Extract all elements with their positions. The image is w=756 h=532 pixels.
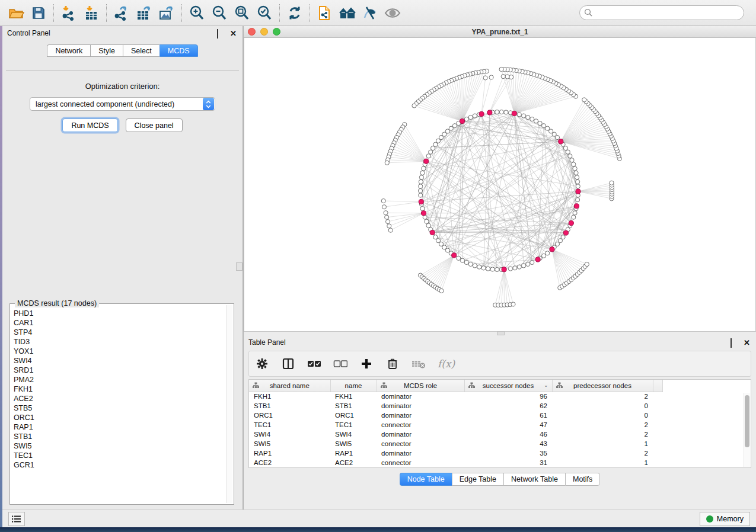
network-node[interactable] (541, 254, 546, 258)
close-panel-button[interactable]: ✕ (230, 30, 238, 37)
network-hub-node[interactable] (487, 110, 492, 115)
table-row[interactable]: RAP1RAP1dominator352 (249, 448, 662, 458)
network-node[interactable] (464, 117, 468, 121)
network-hub-node[interactable] (424, 159, 429, 164)
network-hub-node[interactable] (430, 230, 435, 235)
network-node[interactable] (429, 150, 433, 154)
network-node[interactable] (477, 265, 481, 269)
zoom-out-button[interactable] (208, 2, 231, 24)
network-hub-node[interactable] (559, 139, 563, 144)
network-node[interactable] (420, 171, 425, 175)
network-node[interactable] (420, 207, 425, 211)
select-all-button[interactable] (307, 357, 321, 371)
network-node[interactable] (418, 188, 422, 193)
column-header-successor-nodes[interactable]: successor nodes⌄ (464, 380, 552, 392)
network-node[interactable] (505, 75, 509, 79)
zoom-selected-button[interactable] (253, 2, 276, 24)
network-node[interactable] (464, 260, 468, 264)
import-table-button[interactable] (80, 2, 103, 24)
network-node[interactable] (457, 256, 461, 260)
network-hub-node[interactable] (574, 204, 579, 209)
network-node[interactable] (538, 121, 542, 126)
task-history-button[interactable] (8, 512, 25, 526)
network-view-canvas[interactable] (244, 38, 756, 332)
network-node[interactable] (387, 224, 391, 228)
network-node[interactable] (572, 215, 576, 219)
show-eye-button[interactable] (381, 2, 404, 24)
table-scrollbar[interactable] (744, 393, 750, 467)
table-row[interactable]: ACE2ACE2connector311 (249, 458, 662, 467)
network-node[interactable] (495, 267, 499, 271)
network-node[interactable] (517, 265, 521, 269)
network-node[interactable] (501, 75, 505, 79)
network-node[interactable] (419, 184, 423, 188)
vertical-splitter-handle[interactable] (236, 262, 243, 271)
mcds-result-item[interactable]: PMA2 (14, 375, 225, 384)
zoom-fit-button[interactable] (231, 2, 253, 24)
network-node[interactable] (526, 262, 530, 266)
table-row[interactable]: TEC1TEC1connector472 (249, 420, 662, 430)
network-node[interactable] (566, 150, 570, 154)
close-table-panel-button[interactable]: ✕ (744, 339, 751, 347)
delete-button[interactable] (385, 357, 400, 371)
network-node[interactable] (508, 267, 512, 271)
network-node[interactable] (521, 264, 525, 268)
network-hub-node[interactable] (535, 257, 540, 262)
network-node[interactable] (582, 98, 586, 102)
network-node[interactable] (412, 104, 416, 108)
network-node[interactable] (572, 162, 576, 166)
network-node[interactable] (426, 223, 430, 227)
add-button[interactable] (359, 357, 374, 371)
network-node[interactable] (513, 266, 517, 270)
network-node[interactable] (382, 205, 386, 209)
network-node[interactable] (561, 235, 565, 239)
network-hub-node[interactable] (460, 118, 464, 123)
network-node[interactable] (534, 119, 538, 123)
network-node[interactable] (422, 166, 426, 171)
maximize-window-button[interactable] (273, 28, 280, 36)
run-mcds-button[interactable]: Run MCDS (62, 118, 117, 132)
network-node[interactable] (490, 267, 495, 271)
tab-network[interactable]: Network (47, 44, 90, 57)
close-window-button[interactable] (248, 28, 256, 36)
network-node[interactable] (573, 211, 577, 215)
network-hub-node[interactable] (569, 220, 573, 225)
network-node[interactable] (570, 158, 574, 162)
settings-gear-button[interactable] (255, 357, 269, 371)
network-window-titlebar[interactable]: YPA_prune.txt_1 (244, 26, 756, 38)
network-node[interactable] (468, 115, 473, 119)
mcds-result-item[interactable]: SWI4 (14, 356, 225, 366)
network-node[interactable] (426, 154, 430, 158)
delete-table-button[interactable] (412, 357, 426, 371)
save-session-button[interactable] (27, 2, 50, 24)
network-node[interactable] (419, 175, 423, 180)
network-node[interactable] (541, 124, 546, 128)
export-table-button[interactable] (133, 2, 155, 24)
mcds-result-item[interactable]: CAR1 (14, 318, 225, 328)
network-node[interactable] (385, 220, 390, 224)
network-node[interactable] (530, 117, 534, 121)
network-node[interactable] (574, 171, 578, 175)
network-hub-node[interactable] (421, 211, 426, 216)
horizontal-splitter-handle[interactable] (497, 331, 505, 335)
tab-network-table[interactable]: Network Table (503, 473, 565, 486)
network-hub-node[interactable] (479, 111, 484, 116)
deselect-all-button[interactable] (333, 357, 347, 371)
export-network-button[interactable] (110, 2, 133, 24)
tab-mcds[interactable]: MCDS (160, 44, 198, 57)
network-node[interactable] (546, 126, 550, 130)
table-row[interactable]: YOX1YOX1connector291 (249, 467, 662, 468)
mcds-result-item[interactable]: SWI5 (14, 441, 225, 451)
network-node[interactable] (568, 154, 572, 158)
network-node[interactable] (530, 260, 534, 264)
zoom-in-button[interactable] (186, 2, 208, 24)
network-hub-node[interactable] (502, 267, 506, 272)
network-node[interactable] (439, 289, 444, 293)
network-hub-node[interactable] (576, 189, 580, 194)
toggle-graphics-details-button[interactable] (359, 2, 381, 24)
tab-node-table[interactable]: Node Table (400, 473, 452, 486)
mcds-result-item[interactable]: GCR1 (14, 460, 225, 470)
refresh-button[interactable] (283, 2, 306, 24)
network-node[interactable] (419, 180, 423, 184)
network-node[interactable] (576, 184, 580, 188)
